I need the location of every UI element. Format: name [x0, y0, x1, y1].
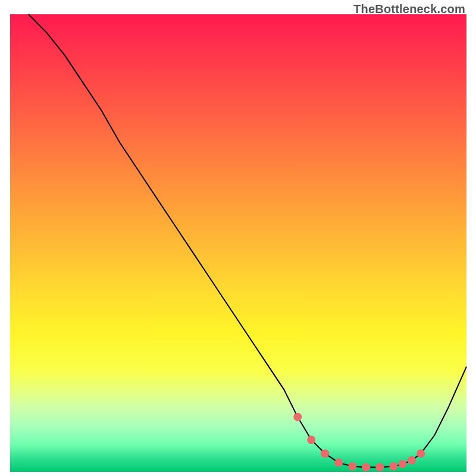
- line-chart: [10, 14, 466, 472]
- data-marker: [408, 456, 416, 465]
- data-marker: [375, 463, 384, 471]
- data-marker: [389, 462, 397, 471]
- data-marker: [293, 413, 302, 421]
- data-marker: [348, 462, 356, 471]
- data-marker: [307, 436, 315, 444]
- data-marker: [416, 449, 425, 458]
- curve-line: [29, 14, 466, 467]
- data-marker: [334, 459, 343, 467]
- data-marker: [362, 463, 370, 471]
- data-marker: [321, 449, 329, 458]
- plot-area: [10, 14, 466, 472]
- data-marker: [399, 460, 407, 468]
- chart-container: TheBottleneck.com: [0, 0, 476, 476]
